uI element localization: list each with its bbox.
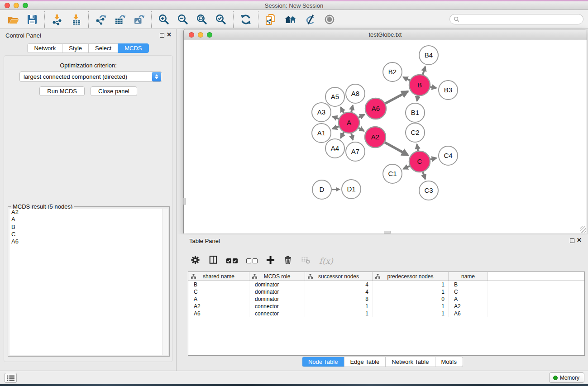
cell-shared-name[interactable]: A [188, 295, 249, 303]
table-options-button[interactable] [191, 255, 200, 267]
import-network-button[interactable] [48, 11, 67, 28]
edge-A-A8[interactable] [351, 105, 353, 112]
node-B[interactable]: B [409, 75, 430, 95]
tab-network[interactable]: Network [27, 43, 62, 53]
task-history-button[interactable] [5, 373, 17, 383]
edge-C-C3[interactable] [423, 172, 425, 179]
zoom-selected-button[interactable] [211, 11, 230, 28]
column-header-predecessor-nodes[interactable]: predecessor nodes [373, 272, 449, 281]
node-A1[interactable]: A1 [312, 124, 331, 143]
edge-A-A6[interactable] [359, 114, 364, 118]
float-panel-icon[interactable] [570, 238, 574, 243]
node-C3[interactable]: C3 [419, 181, 438, 200]
cell-MCDS-role[interactable]: dominator [249, 288, 305, 295]
node-D1[interactable]: D1 [342, 180, 361, 199]
edge-A-A1[interactable] [333, 126, 339, 129]
edge-A2-C[interactable] [385, 143, 408, 155]
edge-B-B3[interactable] [430, 87, 436, 88]
node-A7[interactable]: A7 [346, 142, 365, 161]
close-panel-icon[interactable]: ✕ [167, 31, 172, 38]
table-row[interactable]: Adominator80A [188, 295, 584, 303]
table-row[interactable]: Cdominator41C [188, 288, 584, 295]
node-C1[interactable]: C1 [383, 164, 402, 183]
tab-select[interactable]: Select [88, 43, 118, 53]
save-session-button[interactable] [23, 11, 42, 28]
open-session-button[interactable] [4, 11, 23, 28]
apply-layout-button[interactable] [236, 11, 255, 28]
export-image-button[interactable] [129, 11, 148, 28]
cell-predecessor-nodes[interactable]: 0 [373, 295, 449, 303]
tab-network-table[interactable]: Network Table [385, 357, 435, 367]
function-builder-button[interactable]: f(x) [319, 256, 333, 266]
float-panel-icon[interactable] [160, 33, 164, 38]
cell-shared-name[interactable]: C [188, 288, 249, 295]
column-header-successor-nodes[interactable]: successor nodes [305, 272, 373, 281]
horizontal-scrollbar-thumb[interactable] [384, 231, 391, 234]
edge-B-B2[interactable] [403, 77, 410, 80]
close-panel-button[interactable]: Close panel [91, 86, 137, 96]
column-header-MCDS-role[interactable]: MCDS role [249, 272, 305, 281]
edge-C-C4[interactable] [430, 158, 437, 159]
cell-name[interactable]: C [449, 288, 488, 295]
birds-eye-view-button[interactable] [320, 11, 339, 28]
node-A3[interactable]: A3 [312, 103, 331, 122]
hide-graphics-details-button[interactable] [301, 11, 320, 28]
node-B1[interactable]: B1 [406, 103, 425, 122]
result-list-item[interactable]: B [10, 224, 168, 231]
cell-successor-nodes[interactable]: 1 [305, 303, 373, 310]
cell-name[interactable]: A2 [449, 303, 488, 310]
deselect-all-button[interactable] [246, 258, 258, 263]
node-A2[interactable]: A2 [365, 127, 386, 148]
cell-successor-nodes[interactable]: 4 [305, 288, 373, 295]
vertical-scrollbar-thumb[interactable] [183, 198, 186, 205]
scrollbar-track[interactable] [162, 209, 168, 355]
node-D[interactable]: D [312, 180, 331, 199]
node-A6[interactable]: A6 [365, 98, 386, 119]
node-C4[interactable]: C4 [439, 146, 458, 165]
table-row[interactable]: Bdominator41B [188, 281, 584, 288]
edge-B-B1[interactable] [417, 96, 418, 101]
run-mcds-button[interactable]: Run MCDS [39, 86, 85, 96]
edge-A6-B[interactable] [385, 91, 408, 104]
edge-A-A3[interactable] [333, 116, 339, 119]
export-network-button[interactable] [91, 11, 110, 28]
cell-name[interactable]: A6 [449, 310, 488, 317]
node-A4[interactable]: A4 [325, 139, 344, 158]
cell-predecessor-nodes[interactable]: 1 [373, 303, 449, 310]
node-A8[interactable]: A8 [346, 84, 365, 103]
tab-motifs[interactable]: Motifs [435, 357, 463, 367]
cell-predecessor-nodes[interactable]: 1 [373, 281, 449, 288]
add-column-button[interactable] [266, 256, 275, 266]
cell-shared-name[interactable]: A6 [188, 310, 249, 317]
cell-MCDS-role[interactable]: dominator [249, 281, 305, 288]
export-table-button[interactable] [110, 11, 129, 28]
result-list-item[interactable]: A2 [10, 209, 168, 216]
result-list-item[interactable]: C [10, 231, 168, 238]
zoom-fit-button[interactable] [192, 11, 211, 28]
toolbar-search-field[interactable] [449, 14, 583, 24]
select-all-button[interactable] [226, 258, 238, 263]
cell-MCDS-role[interactable]: dominator [249, 295, 305, 303]
cell-predecessor-nodes[interactable]: 1 [373, 310, 449, 317]
edge-A-A7[interactable] [351, 133, 353, 140]
cell-successor-nodes[interactable]: 4 [305, 281, 373, 288]
first-neighbors-button[interactable] [280, 11, 301, 28]
column-visibility-button[interactable] [209, 255, 218, 266]
cell-name[interactable]: A [449, 295, 488, 303]
column-header-shared-name[interactable]: shared name [188, 272, 249, 281]
tab-edge-table[interactable]: Edge Table [344, 357, 385, 367]
cell-successor-nodes[interactable]: 8 [305, 295, 373, 303]
column-header-name[interactable]: name [449, 272, 488, 281]
edge-A-A5[interactable] [341, 107, 344, 113]
edge-C-C2[interactable] [417, 144, 418, 151]
node-A5[interactable]: A5 [325, 87, 344, 106]
import-table-button[interactable] [67, 11, 86, 28]
criterion-select[interactable]: largest connected component (directed) [19, 71, 162, 82]
node-B4[interactable]: B4 [419, 46, 438, 65]
node-C2[interactable]: C2 [406, 123, 425, 142]
edge-A-A4[interactable] [341, 132, 344, 138]
node-B3[interactable]: B3 [439, 81, 458, 100]
zoom-in-button[interactable] [154, 11, 173, 28]
node-C[interactable]: C [409, 151, 430, 172]
cell-MCDS-role[interactable]: connector [249, 310, 305, 317]
